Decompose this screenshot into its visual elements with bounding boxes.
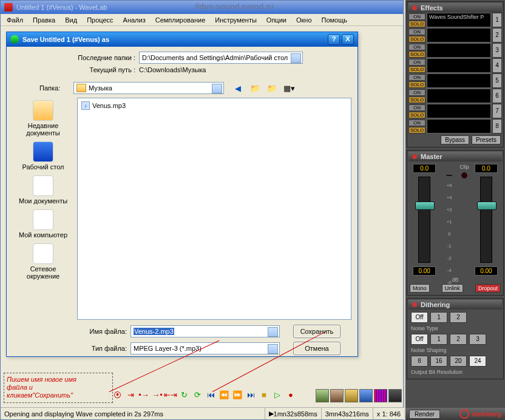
menu-process[interactable]: Процесс: [83, 15, 117, 25]
rewind-button[interactable]: ⏪: [218, 388, 230, 401]
folder-combo[interactable]: Музыка: [73, 82, 224, 94]
fader-handle[interactable]: [477, 202, 497, 210]
effect-on-button[interactable]: ON: [408, 74, 425, 81]
recent-folders-combo[interactable]: D:\Documents and Settings\Admin\Рабочий …: [139, 52, 303, 64]
menu-sampling[interactable]: Семплирование: [152, 15, 209, 25]
menu-options[interactable]: Опции: [263, 15, 290, 25]
effect-num-button[interactable]: 5: [492, 73, 502, 88]
stop-button[interactable]: ■: [258, 388, 270, 401]
bypass-button[interactable]: Bypass: [441, 135, 469, 144]
menu-view[interactable]: Вид: [61, 15, 81, 25]
effect-solo-button[interactable]: SOLO: [408, 36, 425, 42]
effect-solo-button[interactable]: SOLO: [408, 21, 425, 27]
menu-edit[interactable]: Правка: [29, 15, 59, 25]
effect-solo-button[interactable]: SOLO: [408, 112, 425, 118]
bit-20[interactable]: 20: [450, 356, 467, 367]
mono-button[interactable]: Mono: [410, 284, 430, 293]
render-button[interactable]: Render: [409, 410, 440, 419]
place-mydocs[interactable]: Мои документы: [16, 175, 70, 205]
effect-solo-button[interactable]: SOLO: [408, 81, 425, 88]
effect-num-button[interactable]: 6: [492, 89, 502, 103]
effect-slot[interactable]: [427, 58, 491, 73]
play-button[interactable]: ▷: [271, 388, 283, 401]
effect-on-button[interactable]: ON: [408, 120, 425, 126]
shaping-off-button[interactable]: Off: [411, 334, 428, 345]
effect-num-button[interactable]: 8: [492, 119, 502, 134]
forward-button[interactable]: ⏩: [231, 388, 243, 401]
filetype-combo[interactable]: MPEG Layer-3 (*.mp3): [130, 342, 280, 354]
transport-btn[interactable]: •→: [138, 388, 150, 401]
effect-on-button[interactable]: ON: [408, 104, 425, 111]
meter-button[interactable]: [330, 389, 344, 402]
effect-num-button[interactable]: 1: [492, 13, 502, 27]
unlink-button[interactable]: Unlink: [442, 284, 463, 293]
effect-slot[interactable]: [427, 28, 491, 42]
effect-solo-button[interactable]: SOLO: [408, 51, 425, 58]
effect-num-button[interactable]: 7: [492, 104, 502, 118]
transport-btn[interactable]: ⇥: [124, 388, 137, 401]
effect-on-button[interactable]: ON: [408, 44, 425, 50]
skip-end-button[interactable]: ⏭: [245, 388, 257, 401]
file-list[interactable]: ♪Venus.mp3: [77, 98, 351, 320]
menu-file[interactable]: Файл: [3, 15, 27, 25]
dither-off-button[interactable]: Off: [411, 312, 428, 323]
bit-16[interactable]: 16: [430, 356, 447, 367]
place-desktop[interactable]: Рабочий стол: [16, 141, 70, 171]
meter-button[interactable]: [374, 389, 387, 402]
outlevel-left: 0.00: [413, 266, 436, 276]
up-button[interactable]: 📁: [248, 82, 262, 94]
effect-on-button[interactable]: ON: [408, 13, 425, 20]
effect-slot[interactable]: [427, 89, 491, 103]
file-item[interactable]: ♪Venus.mp3: [80, 101, 348, 110]
cancel-button[interactable]: Отмена: [293, 342, 341, 355]
record-button[interactable]: ●: [285, 388, 297, 401]
transport-btn[interactable]: ⟳: [191, 388, 203, 401]
shaping-2[interactable]: 2: [450, 334, 467, 345]
transport-btn[interactable]: ⇤⇥: [164, 388, 177, 401]
noise-type-1[interactable]: 1: [430, 312, 447, 323]
meter-button[interactable]: [345, 389, 358, 402]
effect-slot[interactable]: Waves SoundShifter P: [427, 13, 491, 27]
fader-right[interactable]: [480, 177, 492, 263]
place-recent[interactable]: Недавние документы: [16, 100, 70, 137]
dropout-button[interactable]: Dropout: [475, 284, 501, 293]
new-folder-button[interactable]: 📁: [265, 82, 279, 94]
bit-8[interactable]: 8: [411, 356, 428, 367]
fader-left[interactable]: [418, 177, 430, 263]
noise-type-2[interactable]: 2: [450, 312, 467, 323]
shaping-1[interactable]: 1: [430, 334, 447, 345]
effect-solo-button[interactable]: SOLO: [408, 97, 425, 103]
menu-analysis[interactable]: Анализ: [120, 15, 149, 25]
effect-on-button[interactable]: ON: [408, 29, 425, 35]
back-button[interactable]: ◀: [231, 82, 245, 94]
presets-button[interactable]: Presets: [472, 135, 501, 144]
meter-button[interactable]: [359, 389, 373, 402]
effect-slot[interactable]: [427, 119, 491, 134]
meter-button[interactable]: [388, 389, 402, 402]
transport-btn[interactable]: →•: [151, 388, 163, 401]
place-network[interactable]: Сетевое окружение: [16, 243, 70, 280]
close-button[interactable]: X: [342, 34, 354, 45]
effect-slot[interactable]: [427, 104, 491, 118]
transport-btn[interactable]: ↻: [178, 388, 190, 401]
menu-window[interactable]: Окно: [293, 15, 316, 25]
effect-num-button[interactable]: 4: [492, 58, 502, 73]
effect-on-button[interactable]: ON: [408, 59, 425, 66]
menu-tools[interactable]: Инструменты: [211, 15, 260, 25]
effect-slot[interactable]: [427, 43, 491, 58]
help-button[interactable]: ?: [328, 34, 340, 45]
effect-num-button[interactable]: 2: [492, 28, 502, 42]
fader-handle[interactable]: [415, 202, 435, 210]
effect-num-button[interactable]: 3: [492, 43, 502, 58]
filename-input[interactable]: Venus-2.mp3: [130, 325, 280, 337]
effect-solo-button[interactable]: SOLO: [408, 66, 425, 73]
effect-solo-button[interactable]: SOLO: [408, 127, 425, 134]
view-button[interactable]: ▦▾: [282, 82, 296, 94]
shaping-3[interactable]: 3: [469, 334, 486, 345]
place-mycomputer[interactable]: Мой компьютер: [16, 209, 70, 239]
effect-slot[interactable]: [427, 73, 491, 88]
meter-button[interactable]: [316, 389, 329, 402]
menu-help[interactable]: Помощь: [318, 15, 351, 25]
effect-on-button[interactable]: ON: [408, 89, 425, 96]
bit-24[interactable]: 24: [469, 356, 486, 367]
